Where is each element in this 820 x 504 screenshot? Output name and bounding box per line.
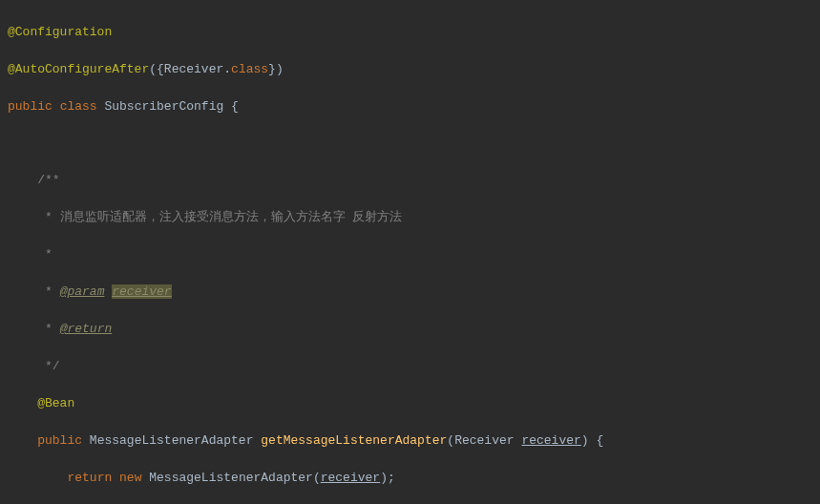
class-name: SubscriberConfig bbox=[104, 99, 223, 114]
javadoc-param-tag: @param bbox=[60, 284, 105, 299]
constructor: MessageListenerAdapter bbox=[149, 471, 313, 485]
javadoc-close: */ bbox=[37, 359, 59, 373]
javadoc-line: * bbox=[37, 247, 53, 262]
javadoc-return-tag: @return bbox=[60, 322, 113, 336]
javadoc-open: /** bbox=[37, 173, 59, 187]
param-type: Receiver bbox=[454, 433, 514, 448]
keyword-new: new bbox=[119, 471, 141, 485]
annotation-configuration: @Configuration bbox=[8, 25, 112, 39]
annotation-bean: @Bean bbox=[37, 396, 74, 410]
javadoc-line: * bbox=[37, 284, 59, 299]
type-receiver: Receiver bbox=[164, 62, 223, 76]
keyword-public: public bbox=[37, 433, 82, 448]
punct: ({ bbox=[149, 62, 164, 76]
keyword-public: public bbox=[8, 99, 53, 114]
keyword-class: class bbox=[231, 62, 268, 76]
javadoc-param-name: receiver bbox=[112, 284, 171, 299]
code-editor[interactable]: @Configuration @AutoConfigureAfter({Rece… bbox=[8, 4, 820, 504]
param-name: receiver bbox=[521, 433, 580, 448]
keyword-class: class bbox=[60, 99, 97, 114]
javadoc-desc: * 消息监听适配器，注入接受消息方法，输入方法名字 反射方法 bbox=[37, 210, 402, 224]
paren-brace: ) { bbox=[581, 433, 603, 448]
arg: receiver bbox=[321, 471, 380, 485]
punct: }) bbox=[268, 62, 284, 76]
paren: ( bbox=[447, 433, 454, 448]
punct: . bbox=[223, 62, 231, 76]
return-type: MessageListenerAdapter bbox=[90, 433, 254, 448]
annotation-autoconfigure: @AutoConfigureAfter bbox=[8, 62, 149, 76]
keyword-return: return bbox=[67, 471, 112, 485]
brace: { bbox=[223, 99, 239, 114]
method-name: getMessageListenerAdapter bbox=[261, 433, 447, 448]
javadoc-line: * bbox=[37, 322, 59, 336]
